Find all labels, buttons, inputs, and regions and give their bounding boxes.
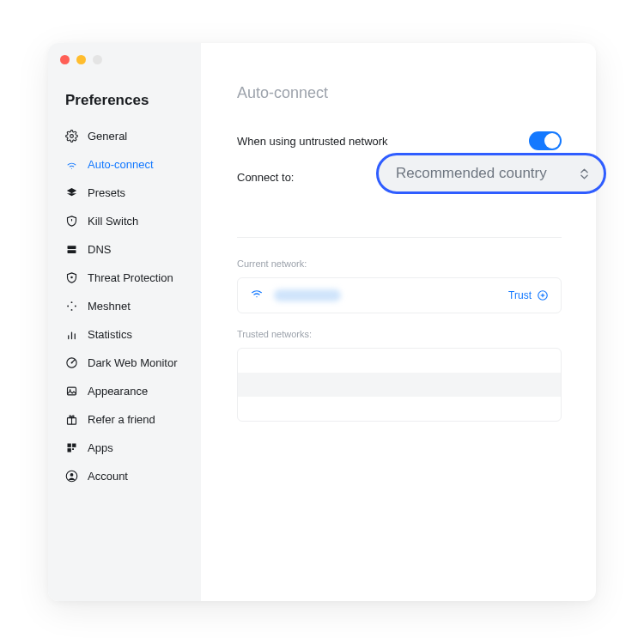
sidebar-item-label: Threat Protection <box>88 272 173 283</box>
svg-point-14 <box>71 362 73 364</box>
current-network-heading: Current network: <box>237 258 562 269</box>
gift-icon <box>65 413 78 426</box>
sidebar-item-label: Auto-connect <box>88 159 154 170</box>
trusted-networks-list <box>237 348 562 422</box>
svg-rect-22 <box>72 448 74 450</box>
trusted-network-row-empty <box>238 397 561 421</box>
sidebar-item-apps[interactable]: Apps <box>55 434 194 461</box>
apps-icon <box>65 441 78 454</box>
trust-label: Trust <box>508 289 532 301</box>
sidebar-item-auto-connect[interactable]: Auto-connect <box>55 151 194 178</box>
svg-point-24 <box>70 473 74 477</box>
sidebar-item-dns[interactable]: DNS <box>55 236 194 263</box>
svg-rect-21 <box>68 448 71 452</box>
sidebar-item-dark-web-monitor[interactable]: Dark Web Monitor <box>55 349 194 376</box>
dropdown-selected-value: Recommended country <box>396 165 547 182</box>
sidebar-nav: General Auto-connect Presets Kill Switch <box>48 123 201 489</box>
sidebar-item-presets[interactable]: Presets <box>55 179 194 206</box>
image-icon <box>65 385 78 398</box>
gear-icon <box>65 130 78 143</box>
window-controls <box>48 55 201 82</box>
svg-point-9 <box>71 309 73 311</box>
svg-rect-20 <box>72 444 76 447</box>
sidebar-item-statistics[interactable]: Statistics <box>55 321 194 348</box>
sidebar-item-label: Apps <box>88 442 113 453</box>
trusted-networks-heading: Trusted networks: <box>237 329 562 339</box>
shield-icon <box>65 271 78 284</box>
plus-circle-icon <box>537 289 549 301</box>
connect-to-label: Connect to: <box>237 171 295 184</box>
wifi-icon <box>65 158 78 171</box>
page-title: Auto-connect <box>237 84 562 102</box>
close-window-button[interactable] <box>60 55 70 64</box>
sidebar-item-general[interactable]: General <box>55 123 194 149</box>
chevron-up-down-icon <box>580 168 588 179</box>
sidebar-item-label: Dark Web Monitor <box>88 357 178 368</box>
svg-point-7 <box>67 306 69 307</box>
sidebar: Preferences General Auto-connect Presets <box>48 43 201 601</box>
maximize-window-button[interactable] <box>93 55 102 64</box>
trusted-network-row-empty <box>238 349 561 373</box>
bar-chart-icon <box>65 328 78 341</box>
shield-power-icon <box>65 215 78 228</box>
sidebar-title: Preferences <box>48 82 201 123</box>
untrusted-network-toggle[interactable] <box>529 131 562 150</box>
main-panel: Auto-connect When using untrusted networ… <box>201 43 596 601</box>
sidebar-item-refer-a-friend[interactable]: Refer a friend <box>55 406 194 433</box>
trust-network-button[interactable]: Trust <box>508 289 549 301</box>
minimize-window-button[interactable] <box>76 55 86 64</box>
svg-point-1 <box>71 168 72 169</box>
untrusted-network-label: When using untrusted network <box>237 135 388 148</box>
svg-rect-15 <box>68 387 76 395</box>
radar-icon <box>65 356 78 369</box>
svg-rect-19 <box>68 444 71 447</box>
svg-point-0 <box>70 135 74 138</box>
sidebar-item-label: Kill Switch <box>88 216 138 227</box>
sidebar-item-label: DNS <box>88 244 111 255</box>
svg-rect-3 <box>68 246 76 249</box>
sidebar-item-account[interactable]: Account <box>55 463 194 489</box>
sidebar-item-label: General <box>88 131 127 142</box>
sidebar-item-label: Refer a friend <box>88 414 155 425</box>
untrusted-network-row: When using untrusted network <box>237 131 562 150</box>
svg-point-8 <box>75 306 76 307</box>
layers-icon <box>65 186 78 199</box>
account-icon <box>65 470 78 483</box>
connect-to-dropdown[interactable]: Recommended country <box>376 153 606 194</box>
sidebar-item-label: Account <box>88 471 128 482</box>
sidebar-item-label: Statistics <box>88 329 132 340</box>
current-network-card: Trust <box>237 277 562 313</box>
sidebar-item-threat-protection[interactable]: Threat Protection <box>55 264 194 291</box>
sidebar-item-label: Presets <box>88 187 125 198</box>
mesh-icon <box>65 300 78 313</box>
svg-rect-4 <box>68 250 76 253</box>
svg-point-25 <box>256 296 257 297</box>
sidebar-item-label: Meshnet <box>88 301 131 312</box>
sidebar-item-meshnet[interactable]: Meshnet <box>55 293 194 319</box>
current-network-info <box>250 287 341 304</box>
svg-point-5 <box>70 276 73 279</box>
section-divider <box>237 237 562 238</box>
trusted-network-row-empty <box>238 373 561 397</box>
wifi-icon <box>250 287 264 304</box>
sidebar-item-label: Appearance <box>88 386 148 397</box>
sidebar-item-kill-switch[interactable]: Kill Switch <box>55 208 194 234</box>
server-icon <box>65 243 78 256</box>
preferences-window: Preferences General Auto-connect Presets <box>48 43 596 601</box>
current-network-name-blurred <box>274 289 341 301</box>
sidebar-item-appearance[interactable]: Appearance <box>55 378 194 404</box>
svg-point-6 <box>71 301 73 303</box>
